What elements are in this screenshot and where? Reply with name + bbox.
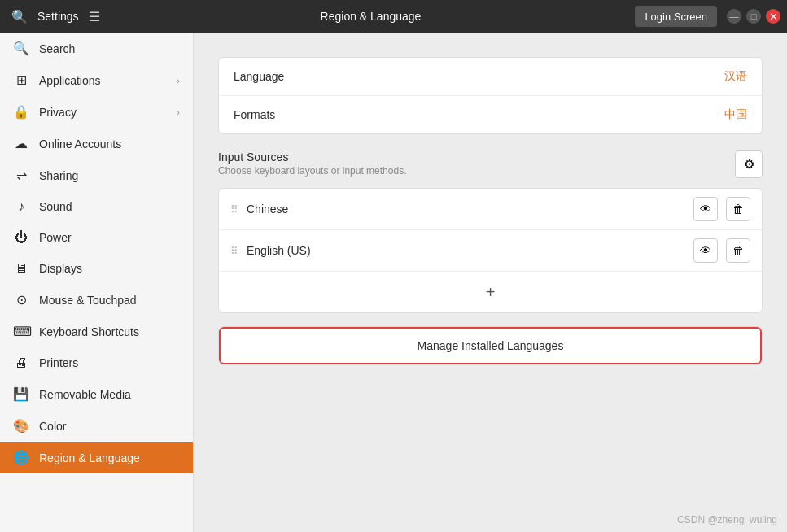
formats-row[interactable]: Formats 中国	[219, 96, 762, 133]
sidebar-item-displays[interactable]: 🖥 Displays	[0, 253, 193, 284]
sidebar-item-label: Keyboard Shortcuts	[39, 325, 180, 338]
privacy-icon: 🔒	[13, 104, 29, 120]
sidebar-item-label: Printers	[39, 356, 180, 369]
eye-button-english[interactable]: 👁	[693, 238, 718, 263]
input-source-chinese: ⠿ Chinese 👁 🗑	[219, 189, 762, 230]
input-sources-header: Input Sources Choose keyboard layouts or…	[218, 150, 763, 178]
chevron-right-icon: ›	[177, 107, 180, 117]
add-input-source-row: +	[219, 272, 762, 312]
sidebar-item-keyboard-shortcuts[interactable]: ⌨ Keyboard Shortcuts	[0, 316, 193, 347]
login-screen-button[interactable]: Login Screen	[635, 6, 717, 27]
sidebar-item-label: Removable Media	[39, 388, 180, 401]
sidebar-item-label: Sharing	[39, 169, 180, 182]
printer-icon: 🖨	[13, 355, 29, 370]
language-row[interactable]: Language 汉语	[219, 58, 762, 96]
menu-button[interactable]: ☰	[82, 4, 107, 28]
sidebar-item-label: Displays	[39, 262, 180, 275]
sidebar-item-removable-media[interactable]: 💾 Removable Media	[0, 378, 193, 410]
watermark: CSDN @zheng_wuling	[677, 514, 777, 525]
sidebar-item-mouse-touchpad[interactable]: ⊙ Mouse & Touchpad	[0, 284, 193, 316]
sidebar-item-label: Power	[39, 231, 180, 244]
sidebar-item-sound[interactable]: ♪ Sound	[0, 191, 193, 222]
input-source-label: Chinese	[247, 203, 685, 216]
formats-label: Formats	[234, 108, 275, 121]
language-label: Language	[234, 70, 284, 83]
sidebar-item-power[interactable]: ⏻ Power	[0, 222, 193, 253]
sidebar-item-label: Privacy	[39, 106, 167, 119]
main-layout: 🔍 Search ⊞ Applications › 🔒 Privacy › ☁ …	[0, 33, 787, 532]
sidebar-item-color[interactable]: 🎨 Color	[0, 410, 193, 442]
delete-button-english[interactable]: 🗑	[726, 238, 750, 263]
input-sources-card: ⠿ Chinese 👁 🗑 ⠿ English (US) 👁 🗑 +	[218, 188, 763, 313]
manage-languages-button[interactable]: Manage Installed Languages	[219, 327, 762, 364]
sidebar: 🔍 Search ⊞ Applications › 🔒 Privacy › ☁ …	[0, 33, 194, 532]
sidebar-item-search[interactable]: 🔍 Search	[0, 33, 193, 64]
manage-languages-container: Manage Installed Languages	[218, 326, 763, 365]
sound-icon: ♪	[13, 199, 29, 214]
sidebar-item-label: Applications	[39, 74, 167, 87]
input-source-english-us: ⠿ English (US) 👁 🗑	[219, 230, 762, 272]
color-icon: 🎨	[13, 418, 29, 434]
search-button[interactable]: 🔍	[7, 3, 33, 29]
sidebar-item-label: Mouse & Touchpad	[39, 294, 180, 307]
window-controls: — □ ✕	[727, 9, 780, 24]
titlebar: 🔍 Settings ☰ Region & Language Login Scr…	[0, 0, 787, 33]
add-input-source-button[interactable]: +	[479, 280, 503, 304]
eye-button-chinese[interactable]: 👁	[693, 197, 718, 221]
window-title: Region & Language	[107, 10, 636, 23]
input-sources-gear-button[interactable]: ⚙	[735, 150, 763, 178]
maximize-button[interactable]: □	[746, 9, 761, 24]
sidebar-item-label: Search	[39, 42, 180, 55]
input-sources-subtitle: Choose keyboard layouts or input methods…	[218, 165, 406, 177]
input-sources-header-text: Input Sources Choose keyboard layouts or…	[218, 150, 406, 177]
sidebar-item-region-language[interactable]: 🌐 Region & Language	[0, 442, 193, 473]
region-language-icon: 🌐	[13, 450, 29, 465]
mouse-icon: ⊙	[13, 292, 29, 307]
minimize-button[interactable]: —	[727, 9, 741, 24]
close-button[interactable]: ✕	[766, 9, 780, 24]
formats-value: 中国	[724, 107, 747, 122]
online-accounts-icon: ☁	[13, 136, 29, 151]
chevron-right-icon: ›	[177, 76, 180, 85]
keyboard-icon: ⌨	[13, 324, 29, 339]
delete-button-chinese[interactable]: 🗑	[726, 197, 750, 221]
power-icon: ⏻	[13, 230, 29, 245]
drag-handle-icon[interactable]: ⠿	[230, 245, 238, 257]
content-area: Language 汉语 Formats 中国 Input Sources Cho…	[194, 33, 787, 532]
language-formats-card: Language 汉语 Formats 中国	[218, 57, 763, 134]
applications-icon: ⊞	[13, 72, 29, 88]
sidebar-item-label: Sound	[39, 200, 180, 213]
sidebar-item-sharing[interactable]: ⇌ Sharing	[0, 159, 193, 191]
app-title: Settings	[37, 10, 79, 23]
sidebar-item-label: Region & Language	[39, 451, 180, 464]
sidebar-item-printers[interactable]: 🖨 Printers	[0, 347, 193, 378]
input-sources-title: Input Sources	[218, 150, 406, 164]
sidebar-item-privacy[interactable]: 🔒 Privacy ›	[0, 96, 193, 128]
input-source-label: English (US)	[247, 244, 685, 257]
search-icon: 🔍	[13, 41, 29, 56]
displays-icon: 🖥	[13, 261, 29, 276]
drag-handle-icon[interactable]: ⠿	[230, 203, 238, 216]
sidebar-item-label: Color	[39, 420, 180, 433]
language-value: 汉语	[724, 69, 747, 84]
removable-media-icon: 💾	[13, 386, 29, 402]
sidebar-item-applications[interactable]: ⊞ Applications ›	[0, 64, 193, 96]
sidebar-item-online-accounts[interactable]: ☁ Online Accounts	[0, 128, 193, 159]
sidebar-item-label: Online Accounts	[39, 137, 180, 150]
sharing-icon: ⇌	[13, 168, 29, 183]
